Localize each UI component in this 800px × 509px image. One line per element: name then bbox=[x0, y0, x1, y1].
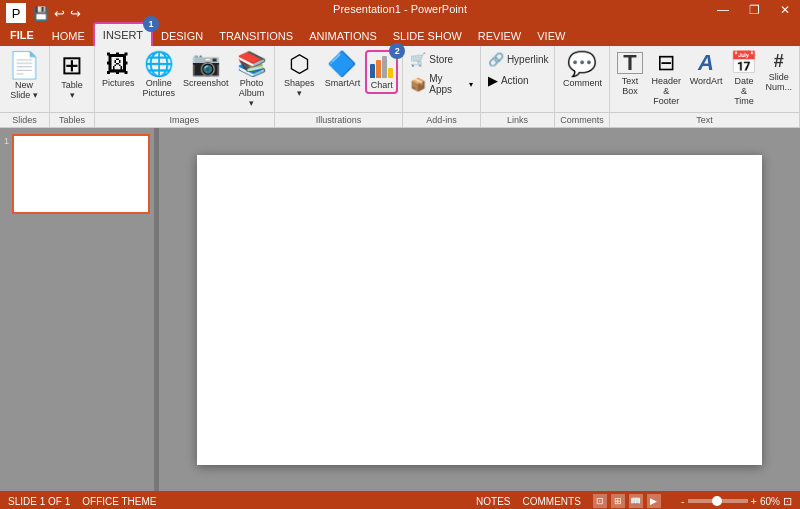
close-btn[interactable]: ✕ bbox=[770, 0, 800, 20]
store-button[interactable]: 🛒 Store bbox=[407, 50, 456, 69]
photoalbum-button[interactable]: 📚 PhotoAlbum ▾ bbox=[234, 50, 270, 110]
ribbon-group-links: 🔗 Hyperlink ▶ Action Links bbox=[481, 46, 555, 127]
hyperlink-label: Hyperlink bbox=[507, 54, 549, 65]
headerfooter-icon: ⊟ bbox=[657, 52, 675, 74]
headerfooter-label: Header& Footer bbox=[651, 76, 682, 106]
photoalbum-label: PhotoAlbum ▾ bbox=[237, 78, 267, 108]
wordart-button[interactable]: A WordArt bbox=[687, 50, 726, 88]
zoom-in-btn[interactable]: + bbox=[751, 495, 757, 507]
shapes-button[interactable]: ⬡ Shapes ▾ bbox=[279, 50, 320, 100]
redo-btn[interactable]: ↪ bbox=[68, 5, 83, 22]
comment-label: Comment bbox=[563, 78, 602, 88]
maximize-btn[interactable]: ❐ bbox=[739, 0, 770, 20]
zoom-slider[interactable] bbox=[688, 499, 748, 503]
app-icon: P bbox=[6, 3, 26, 23]
hyperlink-icon: 🔗 bbox=[488, 52, 504, 67]
screenshot-button[interactable]: 📷 Screenshot bbox=[180, 50, 232, 90]
smartart-icon: 🔷 bbox=[327, 52, 357, 76]
theme-info: OFFICE THEME bbox=[82, 496, 156, 507]
comments-btn[interactable]: COMMENTS bbox=[523, 496, 581, 507]
onlinepictures-label: OnlinePictures bbox=[143, 78, 176, 98]
myapps-button[interactable]: 📦 My Apps ▾ bbox=[407, 71, 476, 97]
save-quick-btn[interactable]: 💾 bbox=[31, 5, 51, 22]
comment-button[interactable]: 💬 Comment bbox=[559, 50, 606, 90]
newslide-button[interactable]: 📄 NewSlide ▾ bbox=[4, 50, 44, 102]
shapes-label: Shapes ▾ bbox=[282, 78, 317, 98]
action-label: Action bbox=[501, 75, 529, 86]
comments-group-label: Comments bbox=[555, 112, 609, 127]
store-icon: 🛒 bbox=[410, 52, 426, 67]
table-button[interactable]: ⊞ Table ▾ bbox=[54, 50, 90, 102]
slidenum-label: SlideNum... bbox=[765, 72, 792, 92]
ribbon-tabs: FILE HOME INSERT 1 DESIGN TRANSITIONS AN… bbox=[0, 22, 800, 46]
wordart-icon: A bbox=[698, 52, 714, 74]
tab-transitions[interactable]: TRANSITIONS bbox=[211, 26, 301, 46]
images-group-label: Images bbox=[95, 112, 274, 127]
fit-slide-btn[interactable]: ⊡ bbox=[783, 495, 792, 508]
smartart-label: SmartArt bbox=[325, 78, 361, 88]
slide-panel[interactable]: 1 bbox=[0, 128, 155, 491]
slide-view-area bbox=[159, 128, 800, 491]
textbox-button[interactable]: T TextBox bbox=[614, 50, 646, 98]
action-icon: ▶ bbox=[488, 73, 498, 88]
screenshot-icon: 📷 bbox=[191, 52, 221, 76]
newslide-label: NewSlide ▾ bbox=[10, 80, 38, 100]
slide-info: SLIDE 1 OF 1 bbox=[8, 496, 70, 507]
tab-view[interactable]: VIEW bbox=[529, 26, 573, 46]
pictures-button[interactable]: 🖼 Pictures bbox=[99, 50, 138, 90]
slides-group-label: Slides bbox=[0, 112, 49, 127]
action-button[interactable]: ▶ Action bbox=[485, 71, 532, 90]
notes-btn[interactable]: NOTES bbox=[476, 496, 510, 507]
status-bar: SLIDE 1 OF 1 OFFICE THEME NOTES COMMENTS… bbox=[0, 491, 800, 509]
slidenum-button[interactable]: # SlideNum... bbox=[762, 50, 795, 94]
slide-main-view[interactable] bbox=[197, 155, 761, 465]
undo-btn[interactable]: ↩ bbox=[52, 5, 67, 22]
slideshow-btn[interactable]: ▶ bbox=[647, 494, 661, 508]
textbox-label: TextBox bbox=[622, 76, 639, 96]
tables-group-label: Tables bbox=[50, 112, 94, 127]
datetime-label: Date &Time bbox=[730, 76, 757, 106]
slide-number-1: 1 bbox=[4, 136, 9, 146]
slide-thumb-content-1[interactable] bbox=[12, 134, 150, 214]
reading-view-btn[interactable]: 📖 bbox=[629, 494, 643, 508]
myapps-dropdown-icon: ▾ bbox=[469, 80, 473, 89]
onlinepictures-button[interactable]: 🌐 OnlinePictures bbox=[140, 50, 179, 100]
tab-review[interactable]: REVIEW bbox=[470, 26, 529, 46]
hyperlink-button[interactable]: 🔗 Hyperlink bbox=[485, 50, 552, 69]
slidenum-icon: # bbox=[774, 52, 784, 70]
shapes-icon: ⬡ bbox=[289, 52, 310, 76]
top-bar: P 💾 ↩ ↪ Presentation1 - PowerPoint — ❐ ✕… bbox=[0, 0, 800, 46]
illustrations-group-label: Illustrations bbox=[275, 112, 403, 127]
tab-file[interactable]: FILE bbox=[0, 24, 44, 46]
minimize-btn[interactable]: — bbox=[707, 0, 739, 20]
datetime-button[interactable]: 📅 Date &Time bbox=[727, 50, 760, 108]
textbox-icon: T bbox=[617, 52, 643, 74]
addins-group-label: Add-ins bbox=[403, 112, 480, 127]
chart-icon bbox=[370, 54, 393, 78]
myapps-label: My Apps bbox=[429, 73, 466, 95]
slidesorter-btn[interactable]: ⊞ bbox=[611, 494, 625, 508]
ribbon-group-images: 🖼 Pictures 🌐 OnlinePictures 📷 Screenshot… bbox=[95, 46, 275, 127]
pictures-label: Pictures bbox=[102, 78, 135, 88]
window-title: Presentation1 - PowerPoint bbox=[333, 3, 467, 15]
zoom-level: 60% bbox=[760, 496, 780, 507]
ribbon-group-tables: ⊞ Table ▾ Tables bbox=[50, 46, 95, 127]
tab-animations[interactable]: ANIMATIONS bbox=[301, 26, 385, 46]
tab-design[interactable]: DESIGN bbox=[153, 26, 211, 46]
table-icon: ⊞ bbox=[61, 52, 83, 78]
headerfooter-button[interactable]: ⊟ Header& Footer bbox=[648, 50, 685, 108]
photoalbum-icon: 📚 bbox=[237, 52, 267, 76]
store-label: Store bbox=[429, 54, 453, 65]
datetime-icon: 📅 bbox=[730, 52, 757, 74]
normal-view-btn[interactable]: ⊡ bbox=[593, 494, 607, 508]
view-controls: ⊡ ⊞ 📖 ▶ bbox=[593, 494, 661, 508]
newslide-icon: 📄 bbox=[8, 52, 40, 78]
smartart-button[interactable]: 🔷 SmartArt bbox=[322, 50, 364, 90]
zoom-out-btn[interactable]: - bbox=[681, 495, 685, 507]
zoom-controls: - + 60% ⊡ bbox=[681, 495, 792, 508]
slide-thumbnail-1[interactable]: 1 bbox=[4, 134, 150, 214]
links-group-label: Links bbox=[481, 112, 554, 127]
ribbon-group-text: T TextBox ⊟ Header& Footer A WordArt 📅 D… bbox=[610, 46, 800, 127]
tab-home[interactable]: HOME bbox=[44, 26, 93, 46]
onlinepictures-icon: 🌐 bbox=[144, 52, 174, 76]
